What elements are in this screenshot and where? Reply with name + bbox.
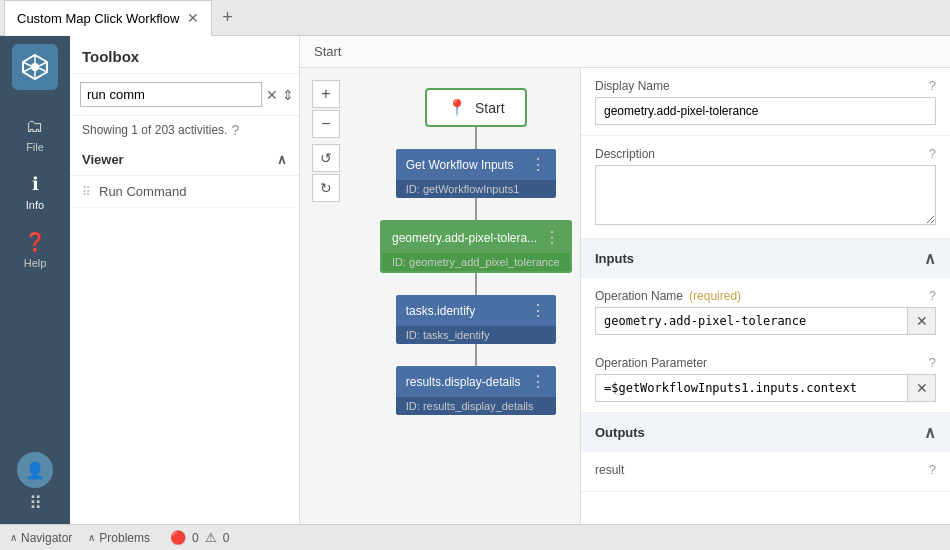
node-tasks-identify[interactable]: tasks.identify ⋮ ID: tasks_identify bbox=[396, 295, 556, 344]
node-header: Get Workflow Inputs ⋮ bbox=[396, 149, 556, 180]
tab-add-button[interactable]: + bbox=[212, 0, 243, 36]
props-operation-param-label-row: Operation Parameter ? bbox=[595, 355, 936, 370]
help-icon: ❓ bbox=[24, 231, 46, 253]
props-operation-name-label-row: Operation Name (required) ? bbox=[595, 288, 936, 303]
node-selected-label: geometry.add-pixel-tolera... bbox=[392, 231, 537, 245]
navigator-label: Navigator bbox=[21, 531, 72, 545]
toolbox-item-run-command[interactable]: ⠿ Run Command bbox=[70, 176, 299, 208]
node-selected-menu-icon[interactable]: ⋮ bbox=[544, 228, 560, 247]
zoom-controls: + − ↺ ↻ bbox=[312, 80, 340, 202]
node-id: ID: getWorkflowInputs1 bbox=[396, 180, 556, 198]
user-avatar[interactable]: 👤 bbox=[17, 452, 53, 488]
props-display-name-label: Display Name bbox=[595, 79, 670, 93]
props-description-field: Description ? bbox=[581, 136, 950, 238]
toolbox-expand-button[interactable]: ⇕ bbox=[282, 87, 294, 103]
props-display-name-help-icon[interactable]: ? bbox=[929, 78, 936, 93]
redo-button[interactable]: ↻ bbox=[312, 174, 340, 202]
props-inputs-header[interactable]: Inputs ∧ bbox=[581, 239, 950, 278]
workflow-canvas[interactable]: + − ↺ ↻ 📍 Start Get W bbox=[300, 68, 580, 524]
svg-line-6 bbox=[23, 68, 31, 72]
zoom-out-button[interactable]: − bbox=[312, 110, 340, 138]
node-selected-header: geometry.add-pixel-tolera... ⋮ bbox=[382, 222, 570, 253]
props-outputs-label: Outputs bbox=[595, 425, 645, 440]
main-layout: 🗂 File ℹ Info ❓ Help 👤 ⠿ Toolbox ✕ ⇕ Sho… bbox=[0, 36, 950, 524]
workflow-nodes: 📍 Start Get Workflow Inputs ⋮ ID: getWor… bbox=[380, 88, 572, 415]
props-operation-param-help-icon[interactable]: ? bbox=[929, 355, 936, 370]
file-icon: 🗂 bbox=[26, 116, 44, 137]
node-menu-icon[interactable]: ⋮ bbox=[530, 155, 546, 174]
tab-workflow[interactable]: Custom Map Click Workflow ✕ bbox=[4, 0, 212, 36]
props-description-help-icon[interactable]: ? bbox=[929, 146, 936, 161]
warning-count: 0 bbox=[223, 531, 230, 545]
zoom-in-button[interactable]: + bbox=[312, 80, 340, 108]
toolbox-clear-button[interactable]: ✕ bbox=[266, 87, 278, 103]
warning-icon: ⚠ bbox=[205, 530, 217, 545]
props-operation-name-clear-button[interactable]: ✕ bbox=[908, 307, 936, 335]
props-description-textarea[interactable] bbox=[595, 165, 936, 225]
tab-bar: Custom Map Click Workflow ✕ + bbox=[0, 0, 950, 36]
toolbox-search-input[interactable] bbox=[80, 82, 262, 107]
sidebar-item-help[interactable]: ❓ Help bbox=[0, 221, 70, 279]
node-results-display[interactable]: results.display-details ⋮ ID: results_di… bbox=[396, 366, 556, 415]
sidebar-item-help-label: Help bbox=[24, 257, 47, 269]
props-operation-name-input[interactable] bbox=[595, 307, 908, 335]
avatar-icon: 👤 bbox=[25, 461, 45, 480]
props-display-name-input[interactable] bbox=[595, 97, 936, 125]
node-results-id: ID: results_display_details bbox=[396, 397, 556, 415]
props-result-help-icon[interactable]: ? bbox=[929, 462, 936, 477]
breadcrumb: Start bbox=[300, 36, 950, 68]
props-outputs-header[interactable]: Outputs ∧ bbox=[581, 413, 950, 452]
props-operation-param-label: Operation Parameter bbox=[595, 356, 707, 370]
drag-handle-icon: ⠿ bbox=[82, 185, 91, 199]
toolbox-item-label: Run Command bbox=[99, 184, 186, 199]
error-icon: 🔴 bbox=[170, 530, 186, 545]
svg-point-1 bbox=[31, 63, 39, 71]
props-operation-param-clear-button[interactable]: ✕ bbox=[908, 374, 936, 402]
node-results-menu-icon[interactable]: ⋮ bbox=[530, 372, 546, 391]
props-operation-param-input[interactable] bbox=[595, 374, 908, 402]
undo-button[interactable]: ↺ bbox=[312, 144, 340, 172]
apps-grid-icon[interactable]: ⠿ bbox=[29, 492, 42, 514]
props-display-name-section: Display Name ? bbox=[581, 68, 950, 136]
tab-close-button[interactable]: ✕ bbox=[187, 10, 199, 26]
sidebar-item-file[interactable]: 🗂 File bbox=[0, 106, 70, 163]
node-tasks-menu-icon[interactable]: ⋮ bbox=[530, 301, 546, 320]
node-geometry-add-pixel[interactable]: geometry.add-pixel-tolera... ⋮ ID: geome… bbox=[380, 220, 572, 273]
sidebar-bottom: 👤 ⠿ bbox=[17, 452, 53, 524]
bottom-bar: ∧ Navigator ∧ Problems 🔴 0 ⚠ 0 bbox=[0, 524, 950, 550]
props-inputs-collapse-icon[interactable]: ∧ bbox=[924, 249, 936, 268]
svg-line-4 bbox=[23, 62, 31, 66]
toolbox-search-bar: ✕ ⇕ bbox=[70, 74, 299, 116]
node-tasks-label: tasks.identify bbox=[406, 304, 475, 318]
sidebar-item-info-label: Info bbox=[26, 199, 44, 211]
toolbox-title: Toolbox bbox=[70, 36, 299, 74]
problems-item[interactable]: ∧ Problems bbox=[88, 531, 150, 545]
toolbox-section-collapse-icon[interactable]: ∧ bbox=[277, 152, 287, 167]
props-operation-name-help-icon[interactable]: ? bbox=[929, 288, 936, 303]
sidebar-item-info[interactable]: ℹ Info bbox=[0, 163, 70, 221]
props-outputs-section: Outputs ∧ result ? bbox=[581, 413, 950, 492]
connector-4 bbox=[475, 344, 477, 366]
navigator-item[interactable]: ∧ Navigator bbox=[10, 531, 72, 545]
toolbox-count: Showing 1 of 203 activities. ? bbox=[70, 116, 299, 144]
tab-label: Custom Map Click Workflow bbox=[17, 11, 179, 26]
navigator-chevron-icon: ∧ bbox=[10, 532, 17, 543]
props-inputs-section: Inputs ∧ Operation Name (required) ? ✕ bbox=[581, 239, 950, 413]
problems-chevron-icon: ∧ bbox=[88, 532, 95, 543]
node-get-workflow-inputs[interactable]: Get Workflow Inputs ⋮ ID: getWorkflowInp… bbox=[396, 149, 556, 198]
props-result-label-row: result ? bbox=[595, 462, 936, 477]
svg-line-7 bbox=[39, 62, 47, 66]
props-outputs-collapse-icon[interactable]: ∧ bbox=[924, 423, 936, 442]
props-display-name-label-row: Display Name ? bbox=[595, 78, 936, 93]
props-inputs-label: Inputs bbox=[595, 251, 634, 266]
status-icons: 🔴 0 ⚠ 0 bbox=[170, 530, 229, 545]
props-description-label-row: Description ? bbox=[595, 146, 936, 161]
node-results-header: results.display-details ⋮ bbox=[396, 366, 556, 397]
start-node[interactable]: 📍 Start bbox=[425, 88, 527, 127]
props-description-section: Description ? bbox=[581, 136, 950, 239]
props-operation-name-required: (required) bbox=[689, 289, 741, 303]
toolbox-count-text: Showing 1 of 203 activities. bbox=[82, 123, 227, 137]
toolbox-count-help-icon[interactable]: ? bbox=[231, 122, 239, 138]
node-tasks-header: tasks.identify ⋮ bbox=[396, 295, 556, 326]
svg-line-5 bbox=[39, 68, 47, 72]
